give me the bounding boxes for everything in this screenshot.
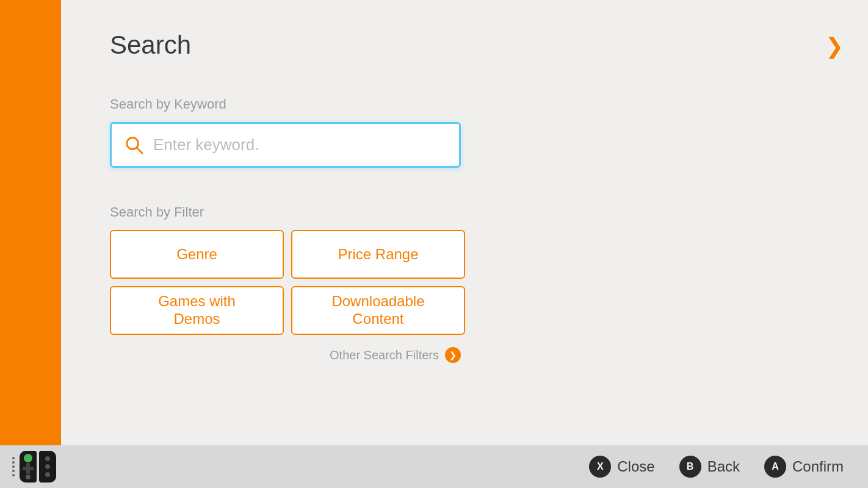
close-key-badge: X (589, 456, 611, 478)
right-arrow-icon[interactable]: ❯ (825, 34, 844, 59)
joycon (20, 451, 56, 483)
other-search-filters[interactable]: Other Search Filters ❯ (110, 347, 461, 363)
search-icon (124, 135, 145, 156)
sidebar (0, 0, 61, 488)
genre-button[interactable]: Genre (110, 230, 284, 279)
controller-dots (12, 457, 15, 476)
joycon-right-small-btn (45, 456, 50, 461)
joycon-right (39, 451, 56, 483)
page-title: Search (110, 30, 819, 60)
joycon-left (20, 451, 37, 483)
joycon-small-btn (26, 475, 31, 479)
search-input-box[interactable] (110, 122, 461, 168)
back-key-badge: B (679, 456, 701, 478)
other-filters-arrow-icon[interactable]: ❯ (445, 347, 461, 363)
close-label: Close (617, 458, 654, 475)
search-filter-label: Search by Filter (110, 204, 819, 220)
other-filters-text: Other Search Filters (330, 348, 439, 362)
main-content: Search ❯ Search by Keyword Search by Fil… (61, 0, 868, 445)
games-with-demos-button[interactable]: Games withDemos (110, 286, 284, 335)
confirm-key-badge: A (764, 456, 786, 478)
search-keyword-label: Search by Keyword (110, 96, 819, 112)
joycon-right-small-btn-2 (45, 464, 50, 469)
search-input-wrapper (110, 122, 819, 168)
controller-icon (12, 451, 56, 483)
confirm-label: Confirm (792, 458, 844, 475)
joycon-right-small-btn-3 (45, 472, 50, 477)
back-label: Back (707, 458, 740, 475)
confirm-action[interactable]: A Confirm (764, 456, 844, 478)
close-action[interactable]: X Close (589, 456, 654, 478)
bottom-bar: X Close B Back A Confirm (0, 445, 868, 488)
joycon-green-btn (24, 454, 32, 462)
filter-grid: Genre Price Range Games withDemos Downlo… (110, 230, 819, 335)
svg-line-1 (137, 148, 142, 153)
search-input[interactable] (153, 135, 447, 154)
joycon-dpad (23, 463, 34, 474)
price-range-button[interactable]: Price Range (291, 230, 465, 279)
downloadable-content-button[interactable]: DownloadableContent (291, 286, 465, 335)
back-action[interactable]: B Back (679, 456, 740, 478)
